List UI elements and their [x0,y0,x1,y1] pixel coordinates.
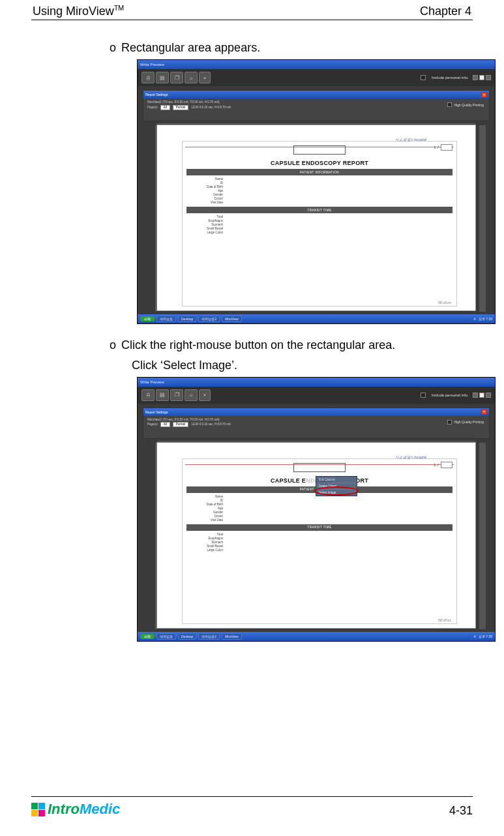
selection-rectangle[interactable] [293,463,346,472]
report-canvas: 자소병원's hospital 1/ Edit Caption Delete O… [157,443,475,628]
dialog-title: Report Settings [145,410,168,414]
taskbar: 시작 제목없음 Desktop 제목없음2 MiroView A 오후 7:35 [138,632,495,641]
page-prev-icon[interactable] [473,393,478,398]
patient-info-labels: Name ID Date of Birth Age Gender Doctor … [186,495,452,522]
ruler-vertical [152,443,156,629]
page-indicator [479,75,484,80]
lang-indicator[interactable]: A [474,317,476,321]
task-item[interactable]: Desktop [178,316,196,322]
task-item[interactable]: 제목없음 [156,316,176,322]
pages-select[interactable]: All [160,422,170,427]
hq-print-label: High Quality Printing [454,420,484,424]
page-number-widget: 1/ [434,462,452,468]
report-page: 자소병원's hospital 1/ CAPSULE ENDOSCOPY REP… [182,141,457,306]
system-tray: A 오후 7:35 [474,634,492,638]
ruler-horizontal [157,120,475,124]
selection-rectangle[interactable] [293,145,346,155]
orientation-select[interactable]: Portrait [173,422,189,427]
clock: 오후 7:35 [479,634,492,638]
include-personal-label: Include personal info. [432,76,469,80]
system-tray: A 오후 7:35 [474,317,492,321]
tool-copy-icon[interactable]: ❐ [170,389,183,401]
taskbar: 시작 제목없음 Desktop 제목없음2 MiroView A 오후 7:35 [138,314,495,323]
task-item[interactable]: 제목없음 [156,633,176,640]
task-item[interactable]: MiroView [222,316,241,322]
scrollbar-vertical[interactable] [479,443,486,629]
page-next-icon[interactable] [486,75,491,80]
include-personal-label: Include personal info. [432,393,469,397]
tool-close-icon[interactable]: × [199,389,211,401]
running-header: Using MiroViewTM Chapter 4 [31,0,473,20]
start-button[interactable]: 시작 [140,316,155,321]
scrollbar-vertical[interactable] [479,125,486,312]
tool-save-icon[interactable]: ⎙ [141,72,155,83]
hq-print-label: High Quality Printing [454,103,484,107]
toolbar: ⎙ ▤ ❐ ⌕ × Include personal info. [138,387,495,404]
patient-info-labels: Name ID Date of Birth Age Gender Doctor … [186,177,452,204]
tool-print-icon[interactable]: ▤ [156,389,169,401]
ruler-horizontal [157,438,475,441]
tool-zoom-icon[interactable]: ⌕ [185,72,198,83]
tool-zoom-icon[interactable]: ⌕ [185,389,198,401]
step-b-sub: Click ‘Select Image’. [110,357,473,373]
header-left: Using MiroViewTM [33,4,124,18]
window-titlebar: Write Preview [138,378,495,387]
page-footer: IntroMedic 4-31 [31,796,473,818]
dialog-close-icon[interactable]: × [481,409,487,415]
ctx-select-image[interactable]: Select Image [316,490,357,496]
page-size-label: 760 x8 cm [437,619,451,622]
hospital-name: 자소병원's hospital [395,455,426,460]
page-number-widget: 1/ [434,144,452,151]
figure-rect-area: Write Preview ⎙ ▤ ❐ ⌕ × Include personal… [137,59,496,324]
header-right: Chapter 4 [420,5,471,18]
window-titlebar: Write Preview [138,60,495,69]
task-item[interactable]: Desktop [178,633,196,640]
transit-time-labels: Total Esophagus Stomach Small Bowel Larg… [186,215,452,234]
report-settings-dialog: Report Settings × MiroView2: [T:0 sec, R… [143,90,490,121]
toolbar: ⎙ ▤ ❐ ⌕ × Include personal info. [138,69,495,86]
section-patient-info: PATIENT INFORMATION [186,169,452,175]
hospital-name: 자소병원's hospital [395,138,426,142]
ruler-vertical [152,125,156,312]
step-b-text: Click the right-mouse button on the rect… [121,337,395,353]
task-item[interactable]: MiroView [222,633,241,640]
task-item[interactable]: 제목없음2 [198,316,220,322]
ctx-delete-object[interactable]: Delete Object [316,483,357,490]
section-transit-time: TRANSIT TIME [186,207,452,213]
pages-select[interactable]: All [160,105,170,110]
task-item[interactable]: 제목없음2 [198,633,220,640]
figure-select-image: Write Preview ⎙ ▤ ❐ ⌕ × Include personal… [137,377,496,642]
tool-print-icon[interactable]: ▤ [156,72,169,83]
step-a-text: Rectangular area appears. [121,40,260,55]
page-prev-icon[interactable] [473,75,478,80]
lang-indicator[interactable]: A [474,634,476,638]
transit-time-labels: Total Esophagus Stomach Small Bowel Larg… [186,533,452,552]
hq-print-checkbox[interactable] [447,102,452,107]
step-a: o Rectangular area appears. [110,40,473,55]
tool-close-icon[interactable]: × [199,72,211,83]
tool-save-icon[interactable]: ⎙ [141,389,155,401]
dialog-close-icon[interactable]: × [481,92,487,98]
page-size-label: 760 x8 cm [437,301,451,305]
tool-copy-icon[interactable]: ❐ [170,72,183,83]
dialog-title: Report Settings [145,93,168,97]
page-number: 4-31 [449,804,473,818]
include-personal-checkbox[interactable] [421,393,426,398]
report-canvas: 자소병원's hospital 1/ CAPSULE ENDOSCOPY REP… [157,125,475,310]
hq-print-checkbox[interactable] [447,420,452,425]
report-page: 자소병원's hospital 1/ Edit Caption Delete O… [182,458,457,624]
include-personal-checkbox[interactable] [421,75,426,80]
brand-logo: IntroMedic [31,801,120,818]
logo-squares-icon [31,803,45,816]
page-indicator [479,393,484,398]
report-settings-dialog: Report Settings × MiroView2: [T:0 sec, R… [143,408,490,439]
orientation-select[interactable]: Portrait [173,105,189,110]
section-transit-time: TRANSIT TIME [186,524,452,531]
step-b: o Click the right-mouse button on the re… [110,337,473,353]
start-button[interactable]: 시작 [140,634,155,639]
page-next-icon[interactable] [486,393,491,398]
clock: 오후 7:35 [479,317,492,321]
